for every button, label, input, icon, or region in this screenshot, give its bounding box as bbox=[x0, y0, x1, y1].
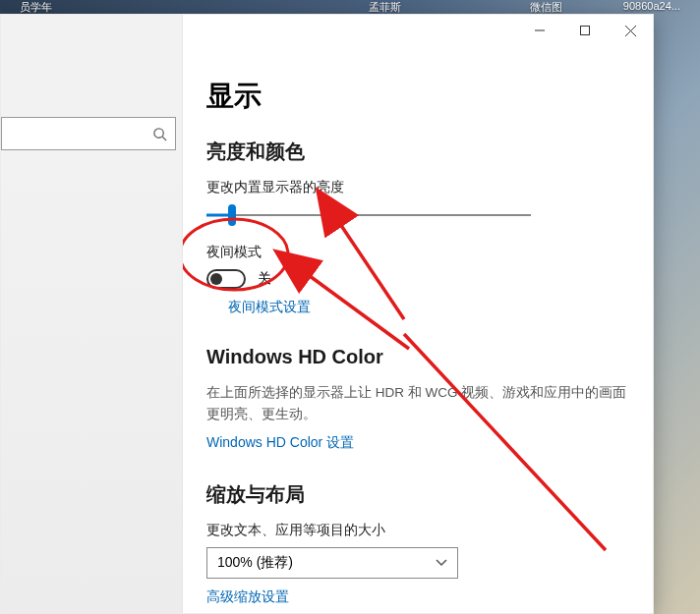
hdcolor-settings-link[interactable]: Windows HD Color 设置 bbox=[206, 434, 629, 452]
night-mode-settings-link[interactable]: 夜间模式设置 bbox=[228, 299, 629, 316]
night-mode-toggle[interactable] bbox=[206, 269, 246, 289]
page-title: 显示 bbox=[206, 78, 629, 115]
close-icon bbox=[625, 26, 636, 36]
minimize-icon bbox=[535, 26, 545, 35]
section-brightness: 亮度和颜色 bbox=[206, 139, 629, 165]
maximize-button[interactable] bbox=[562, 15, 608, 46]
brightness-slider-label: 更改内置显示器的亮度 bbox=[206, 179, 629, 196]
slider-thumb[interactable] bbox=[228, 204, 236, 226]
scaling-value: 100% (推荐) bbox=[217, 554, 293, 572]
svg-point-0 bbox=[154, 128, 163, 137]
search-icon bbox=[152, 127, 167, 141]
slider-track bbox=[206, 214, 531, 216]
svg-line-1 bbox=[162, 137, 166, 140]
toggle-knob bbox=[210, 273, 222, 285]
search-input[interactable] bbox=[1, 117, 176, 150]
scaling-label: 更改文本、应用等项目的大小 bbox=[206, 522, 629, 539]
svg-rect-3 bbox=[581, 27, 590, 35]
settings-sidebar bbox=[1, 15, 183, 613]
section-scaling: 缩放与布局 bbox=[206, 481, 629, 508]
settings-content: 显示 亮度和颜色 更改内置显示器的亮度 夜间模式 关 夜间模式设置 Window… bbox=[183, 15, 653, 613]
section-hdcolor: Windows HD Color bbox=[206, 346, 629, 368]
scaling-dropdown[interactable]: 100% (推荐) bbox=[206, 547, 458, 579]
hdcolor-description: 在上面所选择的显示器上让 HDR 和 WCG 视频、游戏和应用中的画面更明亮、更… bbox=[206, 382, 629, 424]
close-button[interactable] bbox=[608, 15, 653, 46]
window-controls bbox=[517, 15, 653, 46]
settings-window: 显示 亮度和颜色 更改内置显示器的亮度 夜间模式 关 夜间模式设置 Window… bbox=[0, 14, 654, 614]
brightness-slider[interactable] bbox=[206, 204, 531, 226]
advanced-scaling-link[interactable]: 高级缩放设置 bbox=[206, 588, 629, 606]
night-mode-label: 夜间模式 bbox=[206, 244, 629, 261]
maximize-icon bbox=[580, 26, 590, 35]
chevron-down-icon bbox=[436, 557, 447, 569]
night-mode-state: 关 bbox=[258, 270, 271, 288]
minimize-button[interactable] bbox=[517, 15, 562, 46]
